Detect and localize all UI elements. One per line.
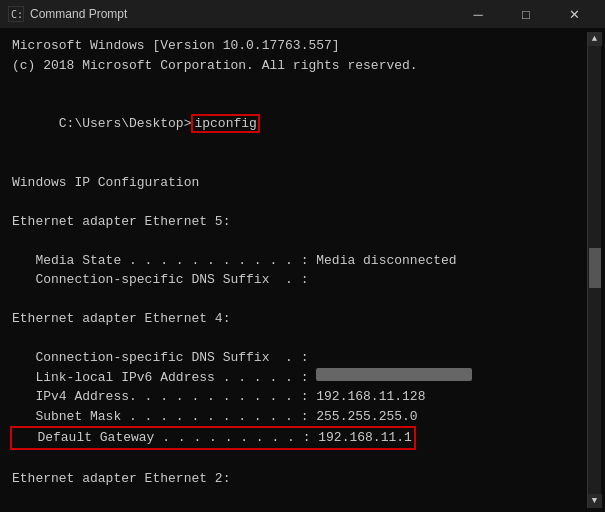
ipconfig-command: ipconfig bbox=[191, 114, 259, 133]
minimize-button[interactable]: ─ bbox=[455, 0, 501, 28]
blank-4 bbox=[12, 231, 579, 251]
cmd-icon: C: bbox=[8, 6, 24, 22]
scroll-up-arrow[interactable]: ▲ bbox=[588, 32, 602, 46]
titlebar-left: C: Command Prompt bbox=[8, 6, 127, 22]
close-button[interactable]: ✕ bbox=[551, 0, 597, 28]
maximize-button[interactable]: □ bbox=[503, 0, 549, 28]
blank-7 bbox=[12, 450, 579, 470]
eth4-ipv4: IPv4 Address. . . . . . . . . . . : 192.… bbox=[12, 387, 579, 407]
windows-ip-config: Windows IP Configuration bbox=[12, 173, 579, 193]
console-window: Microsoft Windows [Version 10.0.17763.55… bbox=[0, 28, 605, 512]
prompt-line: C:\Users\Desktop>ipconfig bbox=[12, 95, 579, 154]
blank-3 bbox=[12, 192, 579, 212]
console-content: Microsoft Windows [Version 10.0.17763.55… bbox=[4, 32, 587, 508]
eth5-dns: Connection-specific DNS Suffix . : bbox=[12, 270, 579, 290]
scroll-thumb[interactable] bbox=[589, 248, 601, 288]
eth4-header: Ethernet adapter Ethernet 4: bbox=[12, 309, 579, 329]
prompt-text: C:\Users\Desktop> bbox=[59, 116, 192, 131]
titlebar-title: Command Prompt bbox=[30, 7, 127, 21]
eth2-media: Media State . . . . . . . . . . . : Medi… bbox=[12, 508, 579, 512]
blank-6 bbox=[12, 329, 579, 349]
eth4-gateway: Default Gateway . . . . . . . . . : 192.… bbox=[12, 426, 579, 450]
eth4-dns: Connection-specific DNS Suffix . : bbox=[12, 348, 579, 368]
version-line: Microsoft Windows [Version 10.0.17763.55… bbox=[12, 36, 579, 56]
copyright-line: (c) 2018 Microsoft Corporation. All righ… bbox=[12, 56, 579, 76]
eth4-subnet: Subnet Mask . . . . . . . . . . . : 255.… bbox=[12, 407, 579, 427]
titlebar: C: Command Prompt ─ □ ✕ bbox=[0, 0, 605, 28]
svg-text:C:: C: bbox=[11, 9, 23, 20]
eth5-header: Ethernet adapter Ethernet 5: bbox=[12, 212, 579, 232]
blank-2 bbox=[12, 153, 579, 173]
blank-1 bbox=[12, 75, 579, 95]
ipv6-blurred bbox=[316, 368, 472, 381]
blank-5 bbox=[12, 290, 579, 310]
scroll-down-arrow[interactable]: ▼ bbox=[588, 494, 602, 508]
titlebar-controls: ─ □ ✕ bbox=[455, 0, 597, 28]
blank-8 bbox=[12, 489, 579, 509]
scrollbar[interactable]: ▲ ▼ bbox=[587, 32, 601, 508]
eth5-media: Media State . . . . . . . . . . . : Medi… bbox=[12, 251, 579, 271]
eth4-ipv6: Link-local IPv6 Address . . . . . : bbox=[12, 368, 579, 388]
gateway-highlight: Default Gateway . . . . . . . . . : 192.… bbox=[10, 426, 416, 450]
eth2-header: Ethernet adapter Ethernet 2: bbox=[12, 469, 579, 489]
